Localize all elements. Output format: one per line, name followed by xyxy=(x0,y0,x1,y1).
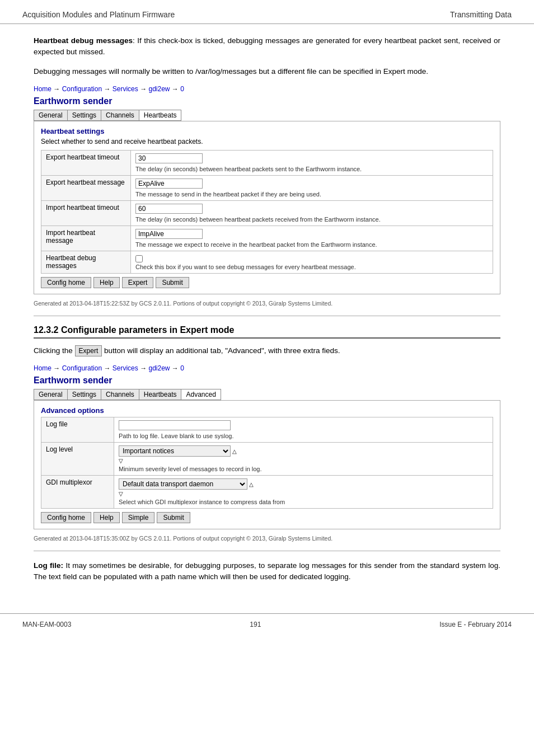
section3-rest: It may sometimes be desirable, for debug… xyxy=(34,561,500,581)
logfile-desc: Path to log file. Leave blank to use sys… xyxy=(119,433,488,439)
simple-btn-2[interactable]: Simple xyxy=(122,512,155,523)
submit-btn-2[interactable]: Submit xyxy=(157,512,190,523)
import-msg-desc: The message we expect to receive in the … xyxy=(135,241,488,248)
advanced-panel: Advanced options Log file Path to log fi… xyxy=(34,400,500,529)
table-row: GDI multiplexor Default data transport d… xyxy=(41,476,493,509)
section3-bold: Log file: xyxy=(34,561,63,570)
row-value-export-timeout: The delay (in seconds) between heartbeat… xyxy=(131,150,493,175)
tabs-2: General Settings Channels Heartbeats Adv… xyxy=(34,389,500,400)
confighome-btn-2[interactable]: Config home xyxy=(41,512,91,523)
para1-bold: Heartbeat debug messages xyxy=(34,36,133,45)
help-btn-2[interactable]: Help xyxy=(93,512,120,523)
section2-para: Clicking the Expert button will display … xyxy=(34,345,500,356)
row-label-import-timeout: Import heartbeat timeout xyxy=(41,200,131,226)
heartbeat-panel: Heartbeat settings Select whether to sen… xyxy=(34,121,500,294)
breadcrumb-1: Home → Configuration → Services → gdi2ew… xyxy=(34,85,500,93)
export-timeout-input[interactable] xyxy=(135,153,203,163)
breadcrumb-home-2[interactable]: Home xyxy=(34,364,51,372)
tab-settings-1[interactable]: Settings xyxy=(67,110,101,121)
breadcrumb-services-1[interactable]: Services xyxy=(113,85,138,93)
export-timeout-desc: The delay (in seconds) between heartbeat… xyxy=(135,166,488,172)
generated-text-1: Generated at 2013-04-18T15:22:53Z by GCS… xyxy=(34,300,500,307)
adv-label-logfile: Log file xyxy=(41,417,114,443)
expert-btn-1[interactable]: Expert xyxy=(122,277,154,288)
tab-general-1[interactable]: General xyxy=(34,110,68,121)
logfile-input[interactable] xyxy=(119,420,231,430)
main-content: Heartbeat debug messages: If this check-… xyxy=(0,24,534,602)
row-label-debug: Heartbeat debugmessages xyxy=(41,251,131,273)
tab-heartbeats-2[interactable]: Heartbeats xyxy=(139,389,182,400)
advanced-heading: Advanced options xyxy=(41,406,493,415)
heartbeat-heading: Heartbeat settings xyxy=(41,127,493,135)
debug-checkbox-row xyxy=(135,254,488,262)
import-msg-input[interactable] xyxy=(135,229,203,239)
import-timeout-desc: The delay (in seconds) between heartbeat… xyxy=(135,216,488,223)
breadcrumb-gdi2ew-1[interactable]: gdi2ew xyxy=(148,85,170,93)
heartbeat-subtext: Select whether to send and receive heart… xyxy=(41,138,493,145)
breadcrumb-services-2[interactable]: Services xyxy=(113,364,138,372)
breadcrumb-home-1[interactable]: Home xyxy=(34,85,51,93)
debug-checkbox[interactable] xyxy=(135,255,143,262)
page-header: Acquisition Modules and Platinum Firmwar… xyxy=(0,0,534,24)
confighome-btn-1[interactable]: Config home xyxy=(41,277,91,288)
generated-text-2: Generated at 2013-04-18T15:35:00Z by GCS… xyxy=(34,535,500,542)
earthworm-title-1: Earthworm sender xyxy=(34,96,500,106)
tab-channels-1[interactable]: Channels xyxy=(101,110,139,121)
export-msg-desc: The message to send in the heartbeat pac… xyxy=(135,191,488,198)
row-label-import-msg: Import heartbeatmessage xyxy=(41,226,131,251)
adv-value-loglevel: Important notices △▽ Minimum severity le… xyxy=(114,443,493,476)
loglevel-desc: Minimum severity level of messages to re… xyxy=(119,466,488,472)
footer-left: MAN-EAM-0003 xyxy=(22,621,71,628)
page-footer: MAN-EAM-0003 191 Issue E - February 2014 xyxy=(0,613,534,635)
tab-heartbeats-1[interactable]: Heartbeats xyxy=(139,110,182,121)
heartbeat-table: Export heartbeat timeout The delay (in s… xyxy=(41,150,493,274)
breadcrumb-config-1[interactable]: Configuration xyxy=(62,85,102,93)
earthworm-title-2: Earthworm sender xyxy=(34,375,500,386)
import-timeout-input[interactable] xyxy=(135,204,203,214)
heartbeat-buttons: Config home Help Expert Submit xyxy=(41,277,493,288)
section1-para1: Heartbeat debug messages: If this check-… xyxy=(34,35,500,58)
adv-value-gdimux: Default data transport daemon △▽ Select … xyxy=(114,476,493,509)
divider-2 xyxy=(34,551,500,551)
section2-heading: 12.3.2 Configurable parameters in Expert… xyxy=(34,325,500,339)
advanced-table: Log file Path to log file. Leave blank t… xyxy=(41,417,493,509)
tab-settings-2[interactable]: Settings xyxy=(67,389,101,400)
table-row: Log file Path to log file. Leave blank t… xyxy=(41,417,493,443)
adv-label-loglevel: Log level xyxy=(41,443,114,476)
breadcrumb-2: Home → Configuration → Services → gdi2ew… xyxy=(34,364,500,372)
loglevel-select[interactable]: Important notices xyxy=(119,445,231,457)
section1-para2: Debugging messages will normally be writ… xyxy=(34,66,500,77)
adv-label-gdimux: GDI multiplexor xyxy=(41,476,114,509)
header-left: Acquisition Modules and Platinum Firmwar… xyxy=(22,10,175,19)
table-row: Heartbeat debugmessages Check this box i… xyxy=(41,251,493,273)
gdimux-desc: Select which GDI multiplexor instance to… xyxy=(119,499,488,505)
expert-inline-btn: Expert xyxy=(75,345,102,356)
row-label-export-msg: Export heartbeat message xyxy=(41,175,131,200)
divider-1 xyxy=(34,316,500,316)
tab-advanced-2[interactable]: Advanced xyxy=(181,389,221,400)
breadcrumb-gdi2ew-2[interactable]: gdi2ew xyxy=(148,364,170,372)
footer-right: Issue E - February 2014 xyxy=(439,621,512,628)
submit-btn-1[interactable]: Submit xyxy=(156,277,189,288)
breadcrumb-0-1[interactable]: 0 xyxy=(180,85,184,93)
table-row: Import heartbeat timeout The delay (in s… xyxy=(41,200,493,226)
footer-center: 191 xyxy=(250,621,261,628)
section2-para-text: Clicking the xyxy=(34,346,73,355)
tab-general-2[interactable]: General xyxy=(34,389,68,400)
help-btn-1[interactable]: Help xyxy=(93,277,120,288)
breadcrumb-0-2[interactable]: 0 xyxy=(180,364,184,372)
table-row: Import heartbeatmessage The message we e… xyxy=(41,226,493,251)
breadcrumb-config-2[interactable]: Configuration xyxy=(62,364,102,372)
gdimux-select[interactable]: Default data transport daemon xyxy=(119,478,247,490)
row-value-import-timeout: The delay (in seconds) between heartbeat… xyxy=(131,200,493,226)
advanced-buttons: Config home Help Simple Submit xyxy=(41,512,493,523)
export-msg-input[interactable] xyxy=(135,179,203,189)
section2-para2: button will display an additional tab, "… xyxy=(104,346,340,355)
adv-value-logfile: Path to log file. Leave blank to use sys… xyxy=(114,417,493,443)
section2-heading-text: 12.3.2 Configurable parameters in Expert… xyxy=(34,325,234,335)
debug-desc: Check this box if you want to see debug … xyxy=(135,264,488,270)
tab-channels-2[interactable]: Channels xyxy=(101,389,139,400)
table-row: Export heartbeat message The message to … xyxy=(41,175,493,200)
table-row: Log level Important notices △▽ Minimum s… xyxy=(41,443,493,476)
table-row: Export heartbeat timeout The delay (in s… xyxy=(41,150,493,175)
